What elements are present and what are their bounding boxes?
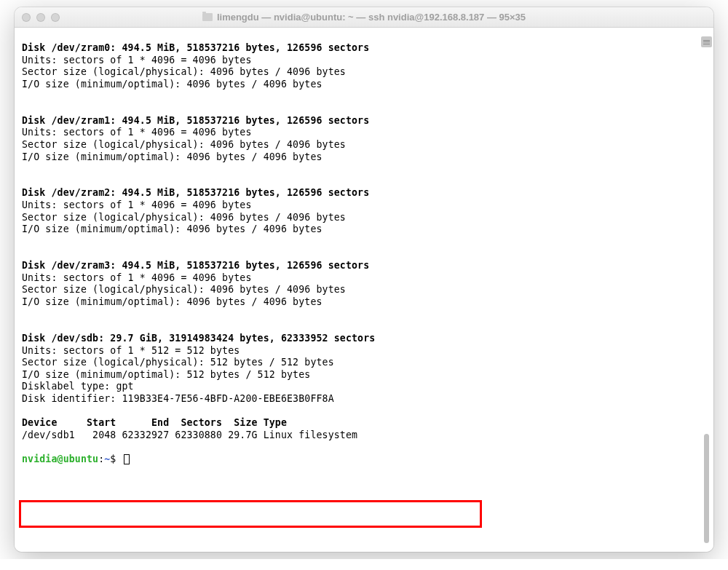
disk-sector: Sector size (logical/physical): 4096 byt… (22, 212, 346, 223)
disk-zram1: Disk /dev/zram1: 494.5 MiB, 518537216 by… (22, 115, 706, 164)
titlebar[interactable]: limengdu — nvidia@ubuntu: ~ — ssh nvidia… (15, 7, 713, 28)
disk-sector: Sector size (logical/physical): 4096 byt… (22, 284, 346, 295)
scrollbar-thumb[interactable] (704, 434, 709, 543)
disk-zram2: Disk /dev/zram2: 494.5 MiB, 518537216 by… (22, 187, 706, 236)
disk-io: I/O size (minimum/optimal): 4096 bytes /… (22, 79, 323, 90)
window-title-text: limengdu — nvidia@ubuntu: ~ — ssh nvidia… (217, 12, 526, 23)
disk-zram3: Disk /dev/zram3: 494.5 MiB, 518537216 by… (22, 260, 706, 309)
partition-header: Device Start End Sectors Size Type (22, 417, 287, 428)
prompt-userhost: nvidia@ubuntu (22, 454, 98, 464)
partition-row: /dev/sdb1 2048 62332927 62330880 29.7G L… (22, 430, 357, 440)
disk-units: Units: sectors of 1 * 4096 = 4096 bytes (22, 272, 252, 283)
cursor (124, 454, 130, 464)
disk-sector: Sector size (logical/physical): 4096 byt… (22, 139, 346, 150)
disk-header: Disk /dev/zram1: 494.5 MiB, 518537216 by… (22, 115, 369, 126)
disk-io: I/O size (minimum/optimal): 4096 bytes /… (22, 223, 323, 234)
disk-io: I/O size (minimum/optimal): 512 bytes / … (22, 369, 310, 380)
maximize-button[interactable] (51, 13, 60, 22)
disk-ident: Disk identifier: 119B33E4-7E56-4BFD-A200… (22, 393, 334, 404)
scrollbar[interactable] (701, 36, 712, 547)
disk-sector: Sector size (logical/physical): 4096 byt… (22, 66, 346, 77)
terminal-output[interactable]: Disk /dev/zram0: 494.5 MiB, 518537216 by… (15, 28, 713, 473)
window-title: limengdu — nvidia@ubuntu: ~ — ssh nvidia… (15, 12, 713, 23)
disk-units: Units: sectors of 1 * 512 = 512 bytes (22, 345, 240, 356)
disk-sector: Sector size (logical/physical): 512 byte… (22, 357, 334, 368)
disk-header: Disk /dev/zram0: 494.5 MiB, 518537216 by… (22, 42, 369, 53)
disk-zram0: Disk /dev/zram0: 494.5 MiB, 518537216 by… (22, 42, 706, 91)
disk-io: I/O size (minimum/optimal): 4096 bytes /… (22, 151, 323, 162)
terminal-window: limengdu — nvidia@ubuntu: ~ — ssh nvidia… (15, 7, 713, 552)
prompt: nvidia@ubuntu:~$ (22, 454, 130, 464)
folder-icon (202, 13, 213, 21)
terminal-body[interactable]: Disk /dev/zram0: 494.5 MiB, 518537216 by… (15, 28, 713, 552)
disk-units: Units: sectors of 1 * 4096 = 4096 bytes (22, 127, 252, 138)
disk-units: Units: sectors of 1 * 4096 = 4096 bytes (22, 55, 252, 66)
disk-io: I/O size (minimum/optimal): 4096 bytes /… (22, 296, 323, 307)
prompt-dollar: $ (110, 454, 116, 464)
disk-units: Units: sectors of 1 * 4096 = 4096 bytes (22, 199, 252, 210)
disk-header: Disk /dev/zram3: 494.5 MiB, 518537216 by… (22, 260, 369, 271)
highlight-box (19, 500, 482, 528)
disk-header: Disk /dev/sdb: 29.7 GiB, 31914983424 byt… (22, 333, 375, 344)
scrollbar-menu-icon[interactable] (701, 36, 712, 47)
close-button[interactable] (22, 13, 31, 22)
traffic-lights (22, 13, 60, 22)
disk-header: Disk /dev/zram2: 494.5 MiB, 518537216 by… (22, 187, 369, 198)
minimize-button[interactable] (36, 13, 45, 22)
disk-sdb: Disk /dev/sdb: 29.7 GiB, 31914983424 byt… (22, 333, 706, 442)
disk-label: Disklabel type: gpt (22, 381, 134, 392)
